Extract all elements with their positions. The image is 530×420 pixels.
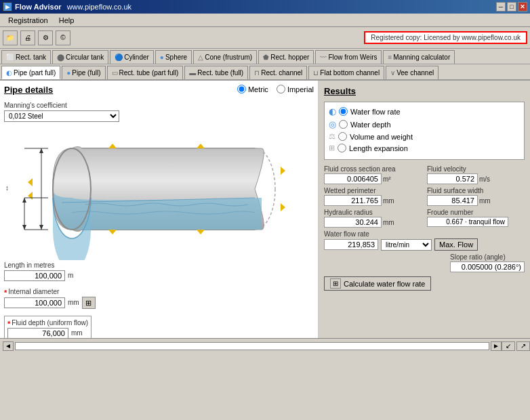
scroll-left[interactable]: ◄ [3,341,14,351]
rect-channel-icon: ⊓ [254,69,260,77]
scroll-right[interactable]: ► [491,341,502,351]
rect-tube-part-icon: ▭ [112,69,118,77]
close-button[interactable]: ✕ [518,2,527,12]
slope-ratio-section: Slope ratio (angle) [324,253,525,272]
option-volume-weight[interactable]: ⚖ Volume and weight [329,132,520,141]
calculate-section: ⊞ Calculate water flow rate [324,276,525,291]
tab-row-2: ◐ Pipe (part full) ● Pipe (full) ▭ Rect.… [0,64,530,81]
maximize-button[interactable]: □ [507,2,516,12]
title-bar: ▶ Flow Advisor www.pipeflow.co.uk ─ □ ✕ [0,0,530,14]
tab-manning-calc[interactable]: ≡ Manning calculator [383,50,455,64]
metric-option[interactable]: Metric [237,85,268,93]
tab-rect-hopper[interactable]: ⬟ Rect. hopper [258,50,314,64]
open-button[interactable]: 📁 [3,30,18,45]
diameter-dim-label: ↕ [5,184,9,192]
imperial-radio[interactable] [277,85,285,93]
diameter-lookup-button[interactable]: ⊞ [82,297,96,309]
svg-marker-16 [281,203,285,211]
tab-rect-tube-full[interactable]: ▬ Rect. tube (full) [184,66,248,79]
tab-row-1: ⬜ Rect. tank ⬤ Circular tank 🔵 Cylinder … [0,49,530,64]
mannings-dropdown[interactable]: 0,012 Steel [4,110,119,122]
option-water-flow-rate[interactable]: ◐ Water flow rate [329,106,520,117]
hydraulic-radius-input[interactable] [324,217,382,228]
tab-cylinder[interactable]: 🔵 Cylinder [110,50,154,64]
pipe-svg [4,125,309,260]
sphere-icon: ● [160,54,164,61]
horizontal-scrollbar[interactable] [15,342,489,350]
rect-tube-full-icon: ▬ [189,69,196,77]
volume-weight-icon: ⚖ [329,132,335,141]
imperial-option[interactable]: Imperial [277,85,314,93]
svg-marker-12 [197,230,205,234]
slope-ratio-input[interactable] [450,261,525,272]
fluid-cross-section-input[interactable] [324,173,382,184]
menu-bar: Registration Help [0,14,530,27]
water-flow-rate-input[interactable] [324,239,378,250]
tab-pipe-full[interactable]: ● Pipe (full) [62,66,105,79]
length-expansion-radio[interactable] [338,144,346,152]
length-expansion-icon: ⊞ [329,144,335,152]
circular-tank-icon: ⬤ [57,54,64,61]
tab-pipe-part-full[interactable]: ◐ Pipe (part full) [1,66,60,79]
fluid-depth-label: Fluid depth (uniform flow) [12,319,88,327]
tab-rect-channel[interactable]: ⊓ Rect. channel [249,66,307,79]
fluid-depth-input[interactable] [7,328,68,338]
fluid-velocity-field: Fluid velocity m/s [427,165,525,184]
svg-marker-13 [28,178,33,186]
minimize-button[interactable]: ─ [496,2,506,12]
froude-number-input[interactable] [427,217,508,227]
tab-sphere[interactable]: ● Sphere [155,50,192,64]
right-panel: Results ◐ Water flow rate ◎ Water depth … [319,81,530,338]
nav-btn-2[interactable]: ↗ [516,341,530,351]
water-flow-rate-icon: ◐ [329,106,336,117]
nav-btn-1[interactable]: ↙ [502,341,515,351]
water-depth-radio[interactable] [339,120,348,129]
fluid-surface-width-field: Fluid surface width mm [427,187,525,206]
fluid-velocity-input[interactable] [427,173,478,184]
print-button[interactable]: 🖨 [20,30,35,45]
pipe-part-icon: ◐ [6,69,12,77]
tab-rect-tank[interactable]: ⬜ Rect. tank [1,50,51,64]
fluid-surface-width-input[interactable] [427,195,478,206]
unit-selection: Metric Imperial [237,85,314,93]
copyright-button[interactable]: © [56,30,70,45]
internal-diameter-input[interactable] [4,297,65,308]
water-depth-icon: ◎ [329,119,336,129]
calculate-icon: ⊞ [330,278,341,289]
pipe-diagram: ↕ [4,125,309,260]
wetted-perimeter-input[interactable] [324,195,382,206]
fluid-depth-section: * Fluid depth (uniform flow) mm [4,316,91,338]
water-flow-rate-radio[interactable] [339,107,348,116]
menu-help[interactable]: Help [54,15,80,26]
option-length-expansion[interactable]: ⊞ Length expansion [329,144,520,152]
vee-channel-icon: ∨ [390,69,395,77]
fluid-depth-unit: mm [71,329,83,337]
settings-button[interactable]: ⚙ [38,30,53,45]
svg-marker-22 [22,225,26,230]
max-flow-button[interactable]: Max. Flow [434,238,478,251]
app-url: www.pipeflow.co.uk [67,3,131,11]
results-grid: Fluid cross section area m² Fluid veloci… [324,165,525,228]
cylinder-icon: 🔵 [115,54,123,61]
wetted-perimeter-field: Wetted perimeter mm [324,187,422,206]
internal-diameter-unit: mm [68,299,79,306]
metric-radio[interactable] [237,85,246,93]
tab-flat-bottom[interactable]: ⊔ Flat bottom channel [308,66,384,79]
length-input[interactable] [4,270,65,281]
flow-rate-unit-dropdown[interactable]: litre/min [381,239,432,251]
svg-marker-15 [281,167,285,175]
flow-weirs-icon: 〰 [320,54,327,61]
tab-circular-tank[interactable]: ⬤ Circular tank [52,50,108,64]
tab-vee-channel[interactable]: ∨ Vee channel [386,66,439,79]
tab-flow-weirs[interactable]: 〰 Flow from Weirs [315,50,382,64]
svg-marker-7 [39,148,43,153]
calculate-button[interactable]: ⊞ Calculate water flow rate [324,276,431,291]
tab-cone[interactable]: △ Cone (frustrum) [193,50,257,64]
tab-rect-tube-part[interactable]: ▭ Rect. tube (part full) [107,66,184,79]
rect-hopper-icon: ⬟ [263,54,269,61]
menu-registration[interactable]: Registration [3,15,54,26]
fluid-depth-star: * [7,320,10,328]
option-water-depth[interactable]: ◎ Water depth [329,119,520,129]
cone-icon: △ [198,54,203,61]
volume-weight-radio[interactable] [338,132,347,141]
